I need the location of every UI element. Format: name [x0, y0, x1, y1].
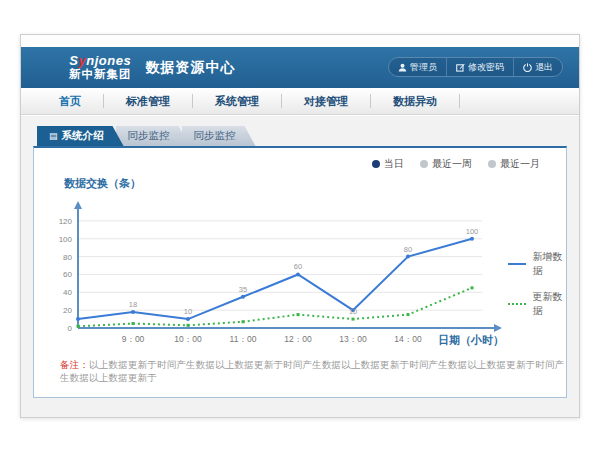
user-action-bar: 管理员 修改密码 退出: [388, 57, 563, 77]
svg-text:日期（小时）: 日期（小时）: [438, 334, 504, 347]
tab-bar: ▤ 系统介绍 同步监控 同步监控: [37, 126, 567, 146]
app-window: Synjones 新中新集团 数据资源中心 管理员 修改密码 退出: [20, 34, 580, 418]
user-icon: [398, 63, 407, 72]
svg-text:60: 60: [294, 262, 302, 271]
legend-item-update-data[interactable]: 更新数据: [508, 290, 566, 318]
svg-text:18: 18: [129, 300, 137, 309]
svg-text:12：00: 12：00: [284, 334, 312, 344]
company-logo: Synjones 新中新集团: [69, 54, 132, 81]
window-top-strip: [21, 35, 579, 47]
footnote-text: 以上数据更新于时间产生数据以上数据更新于时间产生数据以上数据更新于时间产生数据以…: [60, 359, 564, 383]
radio-today[interactable]: 当日: [372, 157, 404, 171]
change-password-button[interactable]: 修改密码: [446, 58, 513, 76]
chart-panel: 当日 最近一周 最近一月 数据交换（条） 0204060801001209：00…: [33, 146, 567, 398]
svg-text:100: 100: [59, 235, 73, 244]
power-icon: [523, 63, 532, 72]
svg-text:14：00: 14：00: [394, 334, 422, 344]
svg-text:100: 100: [466, 227, 479, 236]
svg-text:10: 10: [349, 307, 357, 316]
svg-text:80: 80: [63, 253, 72, 262]
svg-text:80: 80: [404, 245, 412, 254]
radio-last-week[interactable]: 最近一周: [420, 157, 472, 171]
dotted-line-icon: [508, 303, 526, 305]
svg-text:120: 120: [59, 217, 73, 226]
radio-dot-icon: [372, 160, 380, 168]
svg-text:40: 40: [63, 288, 72, 297]
logo-brand-text: Synjones: [69, 54, 132, 67]
footnote: 备注：以上数据更新于时间产生数据以上数据更新于时间产生数据以上数据更新于时间产生…: [60, 359, 566, 385]
solid-line-icon: [508, 263, 526, 265]
svg-text:0: 0: [68, 324, 73, 333]
nav-item-system-mgmt[interactable]: 系统管理: [193, 94, 282, 108]
footnote-label: 备注：: [60, 359, 89, 370]
legend-item-new-data[interactable]: 新增数据: [508, 250, 566, 278]
chart-plot-area: 0204060801001209：0010：0011：0012：0013：001…: [44, 194, 506, 360]
svg-text:20: 20: [63, 306, 72, 315]
main-nav: 首页 标准管理 系统管理 对接管理 数据异动: [21, 88, 579, 115]
footer-strip: [33, 398, 567, 422]
page-title: 数据资源中心: [146, 59, 236, 77]
logout-button[interactable]: 退出: [513, 58, 562, 76]
content-area: ▤ 系统介绍 同步监控 同步监控 当日 最近一周: [21, 116, 579, 417]
chart-legend: 新增数据 更新数据: [508, 250, 566, 360]
current-user-button[interactable]: 管理员: [389, 58, 446, 76]
svg-text:11：00: 11：00: [230, 334, 257, 344]
nav-item-data-change[interactable]: 数据异动: [371, 94, 460, 108]
nav-item-interface-mgmt[interactable]: 对接管理: [282, 94, 371, 108]
time-range-filter: 当日 最近一周 最近一月: [372, 157, 540, 171]
svg-text:60: 60: [63, 270, 72, 279]
y-axis-title: 数据交换（条）: [64, 176, 141, 191]
svg-text:35: 35: [239, 285, 247, 294]
svg-text:10：00: 10：00: [174, 334, 202, 344]
logo-company-name: 新中新集团: [69, 69, 132, 81]
radio-dot-icon: [488, 160, 496, 168]
radio-dot-icon: [420, 160, 428, 168]
line-chart: 0204060801001209：0010：0011：0012：0013：001…: [44, 194, 566, 360]
nav-item-home[interactable]: 首页: [37, 94, 104, 108]
nav-item-standard-mgmt[interactable]: 标准管理: [104, 94, 193, 108]
svg-text:9：00: 9：00: [122, 334, 145, 344]
svg-text:13：00: 13：00: [339, 334, 367, 344]
app-header: Synjones 新中新集团 数据资源中心 管理员 修改密码 退出: [21, 47, 579, 88]
tab-system-intro[interactable]: ▤ 系统介绍: [37, 126, 124, 146]
radio-last-month[interactable]: 最近一月: [488, 157, 540, 171]
document-icon: ▤: [49, 132, 58, 141]
svg-text:10: 10: [184, 307, 192, 316]
edit-icon: [456, 63, 465, 72]
tab-sync-monitor-1[interactable]: 同步监控: [116, 126, 190, 146]
tab-sync-monitor-2[interactable]: 同步监控: [182, 126, 256, 146]
